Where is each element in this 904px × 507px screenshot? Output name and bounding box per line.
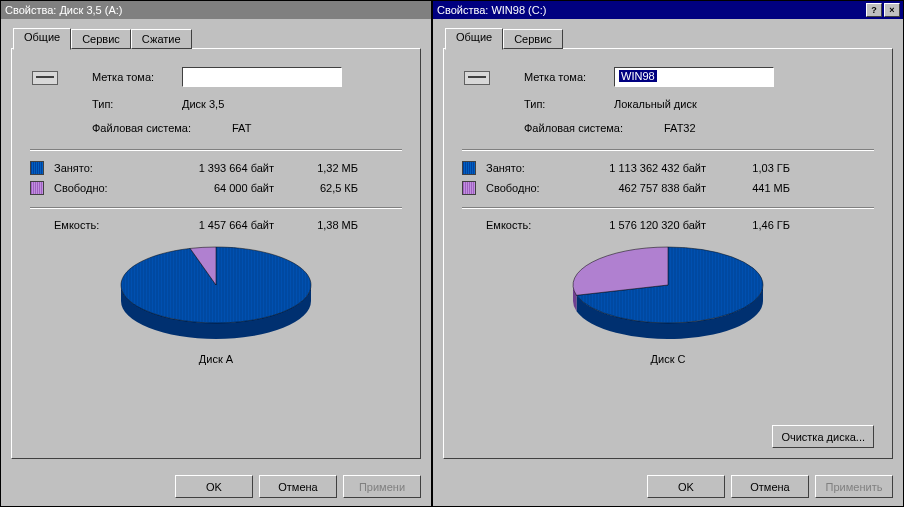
free-caption: Свободно:	[54, 182, 138, 194]
titlebar[interactable]: Свойства: Диск 3,5 (A:)	[1, 1, 431, 19]
separator	[30, 207, 402, 209]
free-bytes: 462 757 838 байт	[570, 182, 730, 194]
used-human: 1,03 ГБ	[730, 162, 790, 174]
client-area: Общие Сервис Метка тома: WIN98 Тип: Лока…	[433, 19, 903, 467]
used-bytes: 1 113 362 432 байт	[570, 162, 730, 174]
type-value: Диск 3,5	[182, 98, 224, 110]
capacity-bytes: 1 457 664 байт	[138, 219, 298, 231]
type-caption: Тип:	[92, 98, 182, 110]
tab-service[interactable]: Сервис	[503, 29, 563, 49]
tab-service[interactable]: Сервис	[71, 29, 131, 49]
tab-compression[interactable]: Сжатие	[131, 29, 192, 49]
used-swatch-icon	[30, 161, 44, 175]
floppy-drive-icon	[30, 65, 62, 89]
pie-chart-a: Диск A	[30, 237, 402, 448]
tab-general[interactable]: Общие	[445, 28, 503, 50]
close-button[interactable]: ×	[884, 3, 900, 17]
capacity-bytes: 1 576 120 320 байт	[570, 219, 730, 231]
apply-button[interactable]: Примени	[343, 475, 421, 498]
fs-caption: Файловая система:	[92, 122, 232, 134]
free-caption: Свободно:	[486, 182, 570, 194]
capacity-caption: Емкость:	[486, 219, 570, 231]
tabstrip: Общие Сервис Сжатие	[11, 27, 421, 49]
ok-button[interactable]: OK	[647, 475, 725, 498]
free-human: 62,5 КБ	[298, 182, 358, 194]
client-area: Общие Сервис Сжатие Метка тома: Тип: Дис…	[1, 19, 431, 467]
window-title: Свойства: Диск 3,5 (A:)	[5, 4, 428, 16]
volume-label-input[interactable]: WIN98	[614, 67, 774, 87]
hard-drive-icon	[462, 65, 494, 89]
pie-chart-icon	[563, 237, 773, 347]
free-bytes: 64 000 байт	[138, 182, 298, 194]
tab-general[interactable]: Общие	[13, 28, 71, 50]
dialog-buttons: OK Отмена Примени	[1, 467, 431, 506]
used-caption: Занято:	[486, 162, 570, 174]
used-caption: Занято:	[54, 162, 138, 174]
capacity-human: 1,46 ГБ	[730, 219, 790, 231]
fs-value: FAT32	[664, 122, 696, 134]
capacity-human: 1,38 МБ	[298, 219, 358, 231]
used-human: 1,32 МБ	[298, 162, 358, 174]
properties-window-c: Свойства: WIN98 (C:) ? × Общие Сервис Ме…	[432, 0, 904, 507]
tab-panel-general: Метка тома: WIN98 Тип: Локальный диск Фа…	[443, 48, 893, 459]
free-swatch-icon	[462, 181, 476, 195]
disk-cleanup-button[interactable]: Очистка диска...	[772, 425, 874, 448]
fs-value: FAT	[232, 122, 251, 134]
dialog-buttons: OK Отмена Применить	[433, 467, 903, 506]
help-button[interactable]: ?	[866, 3, 882, 17]
tabstrip: Общие Сервис	[443, 27, 893, 49]
tab-panel-general: Метка тома: Тип: Диск 3,5 Файловая систе…	[11, 48, 421, 459]
used-swatch-icon	[462, 161, 476, 175]
properties-window-a: Свойства: Диск 3,5 (A:) Общие Сервис Сжа…	[0, 0, 432, 507]
window-title: Свойства: WIN98 (C:)	[437, 4, 864, 16]
titlebar[interactable]: Свойства: WIN98 (C:) ? ×	[433, 1, 903, 19]
separator	[462, 149, 874, 151]
cancel-button[interactable]: Отмена	[259, 475, 337, 498]
volume-label-caption: Метка тома:	[92, 71, 182, 83]
pie-chart-icon	[111, 237, 321, 347]
type-value: Локальный диск	[614, 98, 697, 110]
capacity-caption: Емкость:	[54, 219, 138, 231]
volume-label-caption: Метка тома:	[524, 71, 614, 83]
fs-caption: Файловая система:	[524, 122, 664, 134]
separator	[30, 149, 402, 151]
volume-label-input[interactable]	[182, 67, 342, 87]
separator	[462, 207, 874, 209]
type-caption: Тип:	[524, 98, 614, 110]
used-bytes: 1 393 664 байт	[138, 162, 298, 174]
pie-chart-c: Диск C Очистка диска...	[462, 237, 874, 448]
pie-caption: Диск A	[199, 353, 233, 365]
free-human: 441 МБ	[730, 182, 790, 194]
cancel-button[interactable]: Отмена	[731, 475, 809, 498]
ok-button[interactable]: OK	[175, 475, 253, 498]
free-swatch-icon	[30, 181, 44, 195]
apply-button[interactable]: Применить	[815, 475, 893, 498]
pie-caption: Диск C	[651, 353, 686, 365]
